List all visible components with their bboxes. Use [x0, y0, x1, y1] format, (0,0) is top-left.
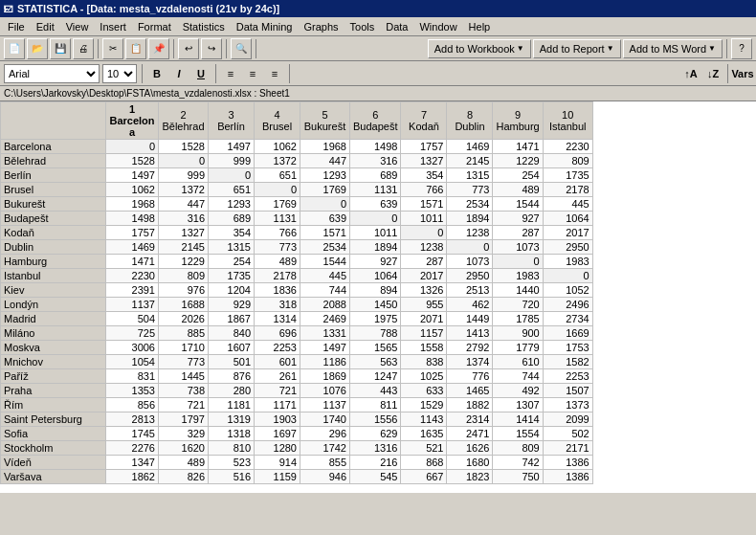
cell[interactable]: 2230	[543, 140, 592, 154]
cell[interactable]: 601	[255, 355, 300, 369]
cell[interactable]: 1528	[106, 154, 159, 168]
cell[interactable]: 1571	[300, 226, 350, 240]
cell[interactable]: 809	[543, 154, 592, 168]
cell[interactable]: 1064	[543, 212, 592, 226]
cell[interactable]: 742	[493, 456, 543, 470]
cell[interactable]: 1469	[447, 140, 493, 154]
cell[interactable]: 1073	[493, 240, 543, 255]
menu-insert[interactable]: Insert	[94, 20, 132, 33]
cell[interactable]: 721	[159, 398, 209, 412]
cell[interactable]: 1836	[255, 283, 300, 298]
cell[interactable]: 2171	[543, 441, 592, 456]
cell[interactable]: 1862	[106, 470, 159, 484]
menu-graphs[interactable]: Graphs	[298, 20, 344, 33]
cell[interactable]: 639	[300, 212, 350, 226]
cell[interactable]: 2792	[447, 341, 493, 355]
cell[interactable]: 1797	[159, 412, 209, 427]
print-btn[interactable]: 🖨	[73, 38, 94, 59]
cell[interactable]: 2253	[255, 341, 300, 355]
cell[interactable]: 1528	[159, 140, 209, 154]
cell[interactable]: 1582	[543, 355, 592, 369]
cell[interactable]: 876	[209, 369, 255, 384]
cell[interactable]: 1757	[106, 226, 159, 240]
cut-btn[interactable]: ✂	[102, 38, 123, 59]
cell[interactable]: 1544	[300, 255, 350, 269]
cell[interactable]: 1326	[401, 283, 447, 298]
cell[interactable]: 999	[209, 154, 255, 168]
cell[interactable]: 1319	[209, 412, 255, 427]
cell[interactable]: 1137	[106, 298, 159, 312]
cell[interactable]: 1471	[493, 140, 543, 154]
menu-window[interactable]: Window	[413, 20, 462, 33]
cell[interactable]: 1076	[300, 384, 350, 398]
save-btn[interactable]: 💾	[50, 38, 71, 59]
cell[interactable]: 1159	[255, 470, 300, 484]
cell[interactable]: 329	[159, 427, 209, 441]
cell[interactable]: 1669	[543, 326, 592, 341]
cell[interactable]: 354	[209, 226, 255, 240]
cell[interactable]: 773	[159, 355, 209, 369]
cell[interactable]: 1688	[159, 298, 209, 312]
menu-format[interactable]: Format	[132, 20, 177, 33]
cell[interactable]: 629	[350, 427, 401, 441]
align-center-btn[interactable]: ≡	[243, 64, 262, 83]
cell[interactable]: 1372	[159, 183, 209, 197]
cell[interactable]: 1450	[350, 298, 401, 312]
cell[interactable]: 0	[300, 197, 350, 212]
cell[interactable]: 1280	[255, 441, 300, 456]
cell[interactable]: 1327	[159, 226, 209, 240]
italic-btn[interactable]: I	[169, 64, 189, 83]
cell[interactable]: 287	[493, 226, 543, 240]
cell[interactable]: 750	[493, 470, 543, 484]
cell[interactable]: 831	[106, 369, 159, 384]
menu-tools[interactable]: Tools	[345, 20, 381, 33]
cell[interactable]: 316	[350, 154, 401, 168]
cell[interactable]: 318	[255, 298, 300, 312]
cell[interactable]: 651	[255, 168, 300, 183]
cell[interactable]: 1968	[106, 197, 159, 212]
cell[interactable]: 1769	[255, 197, 300, 212]
cell[interactable]: 1386	[543, 470, 592, 484]
cell[interactable]: 927	[350, 255, 401, 269]
cell[interactable]: 1073	[447, 255, 493, 269]
cell[interactable]: 776	[447, 369, 493, 384]
cell[interactable]: 1247	[350, 369, 401, 384]
cell[interactable]: 2178	[255, 269, 300, 283]
cell[interactable]: 1529	[401, 398, 447, 412]
cell[interactable]: 1680	[447, 456, 493, 470]
cell[interactable]: 856	[106, 398, 159, 412]
cell[interactable]: 811	[350, 398, 401, 412]
cell[interactable]: 3006	[106, 341, 159, 355]
cell[interactable]: 1307	[493, 398, 543, 412]
cell[interactable]: 492	[493, 384, 543, 398]
cell[interactable]: 1318	[209, 427, 255, 441]
cell[interactable]: 2026	[159, 312, 209, 326]
cell[interactable]: 1293	[209, 197, 255, 212]
cell[interactable]: 1353	[106, 384, 159, 398]
cell[interactable]: 1025	[401, 369, 447, 384]
cell[interactable]: 1315	[209, 240, 255, 255]
cell[interactable]: 1229	[493, 154, 543, 168]
undo-btn[interactable]: ↩	[178, 38, 199, 59]
help-btn[interactable]: ?	[731, 38, 752, 59]
cell[interactable]: 445	[543, 197, 592, 212]
cell[interactable]: 1903	[255, 412, 300, 427]
cell[interactable]: 2950	[447, 269, 493, 283]
cell[interactable]: 868	[401, 456, 447, 470]
cell[interactable]: 1413	[447, 326, 493, 341]
cell[interactable]: 316	[159, 212, 209, 226]
cell[interactable]: 1894	[447, 212, 493, 226]
cell[interactable]: 855	[300, 456, 350, 470]
cell[interactable]: 1544	[493, 197, 543, 212]
cell[interactable]: 1740	[300, 412, 350, 427]
cell[interactable]: 1558	[401, 341, 447, 355]
cell[interactable]: 914	[255, 456, 300, 470]
cell[interactable]: 1064	[350, 269, 401, 283]
cell[interactable]: 2734	[543, 312, 592, 326]
cell[interactable]: 501	[209, 355, 255, 369]
cell[interactable]: 0	[106, 140, 159, 154]
cell[interactable]: 1753	[543, 341, 592, 355]
cell[interactable]: 1347	[106, 456, 159, 470]
cell[interactable]: 1238	[447, 226, 493, 240]
copy-btn[interactable]: 📋	[125, 38, 146, 59]
